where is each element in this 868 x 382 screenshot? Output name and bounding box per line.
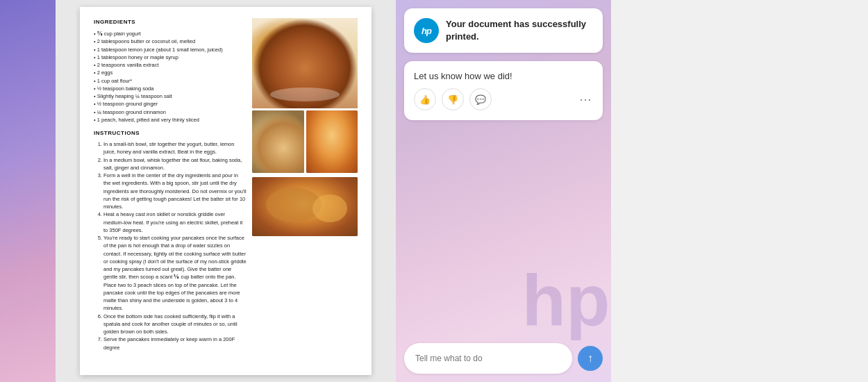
ingredients-heading: INGREDIENTS <box>94 18 247 26</box>
list-item: ½ teaspoon baking soda <box>94 85 247 92</box>
thumbs-up-icon: 👍 <box>419 94 431 105</box>
list-item: Once the bottom side has cooked sufficie… <box>103 313 247 336</box>
notification-card: hp Your document has successfully printe… <box>404 8 603 53</box>
thumbs-down-button[interactable]: 👎 <box>442 88 464 110</box>
hp-logo-text: hp <box>422 26 431 36</box>
list-item: Serve the pancakes immediately or keep w… <box>103 335 247 351</box>
ingredients-list: ⅔ cup plain yogurt 2 tablespoons butter … <box>94 30 247 124</box>
comment-button[interactable]: 💬 <box>469 88 492 110</box>
list-item: Slightly heaping ¼ teaspoon salt <box>94 92 247 100</box>
list-item: In a small-ish bowl, stir together the y… <box>103 140 247 156</box>
chat-input[interactable] <box>404 343 572 374</box>
list-item: Form a well in the center of the dry ing… <box>103 172 247 210</box>
list-item: 2 tablespoons butter or coconut oil, mel… <box>94 38 247 45</box>
list-item: 2 teaspoons vanilla extract <box>94 61 247 69</box>
feedback-title: Let us know how we did! <box>414 71 593 81</box>
feedback-card: Let us know how we did! 👍 👎 💬 ⋯ <box>404 61 603 120</box>
list-item: 1 peach, halved, pitted and very thinly … <box>94 116 247 124</box>
notification-message: Your document has successfully printed. <box>446 18 593 43</box>
document-text-column: INGREDIENTS ⅔ cup plain yogurt 2 tablesp… <box>94 18 247 351</box>
chat-panel: hp hp Your document has successfully pri… <box>396 0 611 382</box>
pancake-cooked-image <box>252 177 358 236</box>
chat-input-area: ↑ <box>404 343 603 374</box>
list-item: You're ready to start cooking your panca… <box>103 234 247 313</box>
instructions-heading: INSTRUCTIONS <box>94 129 247 138</box>
thumbs-up-button[interactable]: 👍 <box>414 88 436 110</box>
peach-image <box>306 110 358 173</box>
document-page: INGREDIENTS ⅔ cup plain yogurt 2 tablesp… <box>80 7 372 375</box>
left-decorative-panel <box>0 0 56 382</box>
list-item: 2 eggs <box>94 69 247 76</box>
feedback-buttons-row: 👍 👎 💬 ⋯ <box>414 88 593 110</box>
list-item: ½ teaspoon ground ginger <box>94 100 247 108</box>
comment-icon: 💬 <box>475 94 486 105</box>
instructions-list: In a small-ish bowl, stir together the y… <box>94 140 247 351</box>
list-item: Heat a heavy cast iron skillet or nonsti… <box>103 210 247 234</box>
more-options-icon: ⋯ <box>579 92 593 106</box>
list-item: ⅔ cup plain yogurt <box>94 30 247 38</box>
list-item: 1 cup oat flour* <box>94 77 247 85</box>
list-item: ¼ teaspoon ground cinnamon <box>94 108 247 116</box>
document-preview-area: INGREDIENTS ⅔ cup plain yogurt 2 tablesp… <box>56 0 396 382</box>
pancake-main-image <box>252 18 358 108</box>
document-image-row <box>252 110 358 173</box>
send-icon: ↑ <box>587 352 593 365</box>
thumbs-down-icon: 👎 <box>447 94 458 105</box>
document-image-column <box>252 18 358 351</box>
list-item: 1 tablespoon honey or maple syrup <box>94 53 247 61</box>
list-item: 1 tablespoon lemon juice (about 1 small … <box>94 46 247 53</box>
list-item: In a medium bowl, whisk together the oat… <box>103 156 247 172</box>
feedback-actions: 👍 👎 💬 <box>414 88 492 110</box>
hp-logo-icon: hp <box>414 18 439 43</box>
bowl-image <box>252 110 304 173</box>
send-button[interactable]: ↑ <box>578 346 603 371</box>
chat-spacer <box>404 128 603 343</box>
more-options-button[interactable]: ⋯ <box>579 93 593 106</box>
